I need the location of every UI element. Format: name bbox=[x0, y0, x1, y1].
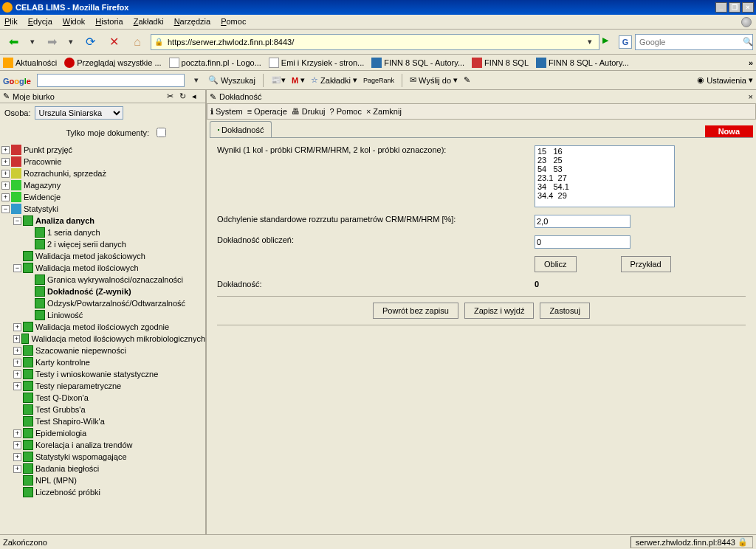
google-bookmark-button[interactable]: ☆ Zakładki▾ bbox=[311, 75, 357, 85]
expand-icon[interactable]: + bbox=[13, 453, 21, 461]
expand-icon[interactable]: + bbox=[13, 441, 21, 449]
toolbar-operacje[interactable]: ≡ Operacje bbox=[247, 107, 287, 116]
bookmark-finn2[interactable]: FINN 8 SQL bbox=[472, 58, 529, 68]
odchylenie-input[interactable] bbox=[535, 215, 630, 228]
menu-plik[interactable]: Plik bbox=[4, 17, 18, 27]
bookmark-finn3[interactable]: FINN 8 SQL - Autory... bbox=[536, 58, 629, 68]
tree-item[interactable]: NPL (MPN) bbox=[35, 476, 77, 485]
search-box[interactable]: 🔍 bbox=[635, 34, 753, 50]
google-settings-button[interactable]: ◉ Ustawienia▾ bbox=[697, 75, 753, 85]
menu-narzedzia[interactable]: Narzędzia bbox=[174, 17, 211, 27]
menu-widok[interactable]: Widok bbox=[63, 17, 86, 27]
google-search-dropdown[interactable]: ▾ bbox=[190, 73, 202, 88]
forward-dropdown[interactable]: ▾ bbox=[65, 35, 77, 49]
zastosuj-button[interactable]: Zastosuj bbox=[540, 303, 590, 319]
expand-icon[interactable]: + bbox=[13, 429, 21, 438]
google-pagerank[interactable]: PageRank bbox=[363, 77, 394, 84]
back-dropdown[interactable]: ▾ bbox=[27, 35, 38, 49]
dokobl-input[interactable] bbox=[535, 235, 630, 249]
list-item[interactable]: 23 25 bbox=[537, 156, 672, 165]
google-highlight-button[interactable]: ✎ bbox=[464, 75, 470, 85]
tree-item[interactable]: Walidacja metod ilościowych zgodnie bbox=[35, 322, 169, 331]
back-button[interactable]: ⬅ bbox=[3, 32, 24, 52]
tylko-checkbox[interactable] bbox=[157, 128, 166, 137]
toolbar-pomoc[interactable]: ? Pomoc bbox=[330, 107, 362, 116]
search-engine-button[interactable]: G bbox=[619, 35, 632, 49]
search-input[interactable] bbox=[638, 37, 743, 47]
tree-item[interactable]: Liniowość bbox=[47, 311, 83, 320]
minimize-button[interactable]: _ bbox=[715, 2, 727, 13]
tree-item-active[interactable]: Dokładność (Z-wynik) bbox=[47, 287, 131, 296]
tree-item[interactable]: Walidacja metod ilościowych bbox=[35, 263, 139, 272]
bookmark-aktualnosci[interactable]: Aktualności bbox=[3, 58, 57, 68]
expand-icon[interactable]: + bbox=[13, 465, 21, 473]
edit-icon[interactable]: ✎ bbox=[3, 92, 10, 101]
oblicz-button[interactable]: Oblicz bbox=[535, 256, 577, 272]
zapisz-button[interactable]: Zapisz i wyjdź bbox=[464, 303, 534, 319]
list-item[interactable]: 15 16 bbox=[537, 147, 672, 156]
tree-item[interactable]: Testy nieparametryczne bbox=[35, 381, 121, 390]
bookmarks-overflow[interactable]: » bbox=[749, 58, 753, 67]
collapse-icon[interactable]: − bbox=[13, 217, 21, 225]
tree-item[interactable]: Granica wykrywalności/oznaczalności bbox=[47, 275, 183, 284]
collapse-icon[interactable]: − bbox=[1, 205, 10, 213]
expand-icon[interactable]: + bbox=[13, 323, 21, 331]
pane-close-icon[interactable]: × bbox=[749, 92, 753, 101]
home-button[interactable]: ⌂ bbox=[127, 32, 148, 52]
forward-button[interactable]: ➡ bbox=[41, 32, 62, 52]
url-bar[interactable]: 🔒 ▾ bbox=[151, 34, 599, 50]
google-send-button[interactable]: ✉ Wyślij do▾ bbox=[410, 75, 458, 85]
bookmark-finn1[interactable]: FINN 8 SQL - Autory... bbox=[371, 58, 464, 68]
toolbar-drukuj[interactable]: 🖶 Drukuj bbox=[292, 107, 326, 116]
menu-historia[interactable]: Historia bbox=[95, 17, 123, 27]
google-wyszukaj-button[interactable]: 🔍 Wyszukaj bbox=[208, 75, 255, 85]
osoba-select[interactable]: Urszula Siniarska bbox=[35, 106, 123, 120]
tree-item[interactable]: Rozrachunki, sprzedaż bbox=[24, 169, 106, 178]
toolbar-system[interactable]: ℹ System bbox=[210, 107, 243, 117]
tab-dokladnosc[interactable]: Dokładność bbox=[210, 121, 272, 137]
tool-icon[interactable]: ✂ bbox=[167, 92, 177, 102]
expand-icon[interactable]: + bbox=[1, 146, 10, 154]
tree-item[interactable]: Badania biegłości bbox=[35, 464, 99, 473]
menu-zakladki[interactable]: Zakładki bbox=[134, 17, 164, 27]
tree-item[interactable]: Ewidencje bbox=[24, 193, 61, 201]
google-search-input[interactable] bbox=[37, 74, 185, 87]
refresh-icon[interactable]: ↻ bbox=[179, 92, 190, 102]
tree-item[interactable]: Korelacja i analiza trendów bbox=[35, 441, 132, 449]
expand-icon[interactable]: + bbox=[13, 347, 21, 355]
bookmark-przegladaj[interactable]: Przeglądaj wszystkie ... bbox=[64, 58, 161, 68]
tree-item[interactable]: Liczebność próbki bbox=[35, 488, 100, 497]
google-news-button[interactable]: 📰▾ bbox=[271, 75, 286, 85]
toolbar-zamknij[interactable]: × Zamknij bbox=[366, 107, 402, 116]
expand-icon[interactable]: + bbox=[1, 182, 10, 190]
expand-icon[interactable]: + bbox=[13, 382, 21, 390]
restore-button[interactable]: ❐ bbox=[729, 2, 740, 13]
expand-icon[interactable]: + bbox=[13, 359, 21, 367]
tree-item[interactable]: Statystyki wspomagające bbox=[35, 452, 127, 461]
expand-icon[interactable]: + bbox=[1, 170, 10, 178]
bookmark-emi[interactable]: Emi i Krzysiek - stron... bbox=[269, 58, 364, 68]
list-item[interactable]: 34 54.1 bbox=[537, 182, 672, 191]
tree-item[interactable]: Test Grubbs'a bbox=[35, 405, 86, 414]
wyniki-listbox[interactable]: 15 16 23 25 54 53 23.1 27 34 54.1 34.4 2… bbox=[535, 145, 675, 207]
menu-pomoc[interactable]: Pomoc bbox=[221, 17, 246, 27]
list-item[interactable]: 54 53 bbox=[537, 165, 672, 173]
url-dropdown[interactable]: ▾ bbox=[584, 35, 596, 49]
expand-icon[interactable]: + bbox=[1, 158, 10, 166]
google-gmail-button[interactable]: M▾ bbox=[292, 75, 305, 85]
tree-item[interactable]: Odzysk/Powtarzalność/Odtwarzalność bbox=[47, 299, 185, 308]
expand-icon[interactable]: + bbox=[13, 370, 21, 379]
tree-item[interactable]: Epidemiologia bbox=[35, 429, 86, 438]
tree-item[interactable]: Walidacja metod jakościowych bbox=[35, 252, 145, 260]
tree-item[interactable]: Testy i wnioskowanie statystyczne bbox=[35, 370, 158, 379]
expand-icon[interactable]: + bbox=[1, 193, 10, 201]
collapse-icon[interactable]: ◂ bbox=[192, 92, 202, 102]
expand-icon[interactable]: + bbox=[13, 335, 20, 343]
tree-item[interactable]: Analiza danych bbox=[35, 216, 94, 225]
close-window-button[interactable]: × bbox=[742, 2, 754, 13]
tree-item[interactable]: Magazyny bbox=[24, 181, 61, 190]
tree-item[interactable]: Test Q-Dixon'a bbox=[35, 393, 89, 402]
menu-edycja[interactable]: Edycja bbox=[28, 17, 52, 27]
go-button[interactable]: ▶ bbox=[602, 35, 616, 49]
tree-item[interactable]: Punkt przyjęć bbox=[24, 145, 72, 154]
